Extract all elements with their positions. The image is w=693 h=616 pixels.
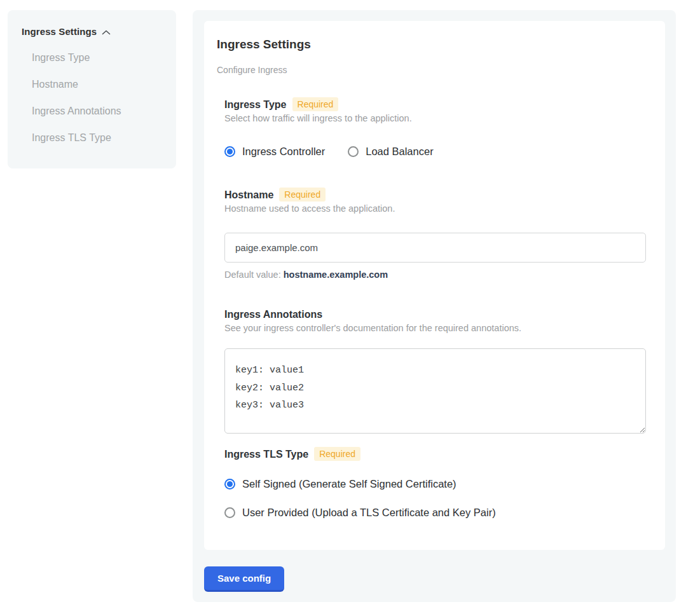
sidebar-group-ingress-settings[interactable]: Ingress Settings	[22, 26, 165, 37]
hostname-default-line: Default value: hostname.example.com	[224, 270, 646, 280]
save-config-button[interactable]: Save config	[204, 566, 284, 592]
field-ingress-type: Ingress Type Required Select how traffic…	[224, 97, 646, 158]
field-label-ingress-annotations: Ingress Annotations	[224, 308, 322, 321]
sidebar-item-hostname[interactable]: Hostname	[32, 78, 165, 91]
field-label-ingress-tls-type: Ingress TLS Type	[224, 448, 308, 461]
sidebar-item-ingress-tls-type[interactable]: Ingress TLS Type	[32, 132, 165, 144]
field-help-hostname: Hostname used to access the application.	[224, 203, 646, 215]
radio-label: Load Balancer	[366, 145, 433, 158]
field-ingress-tls-type: Ingress TLS Type Required Self Signed (G…	[224, 447, 646, 519]
page-subtitle: Configure Ingress	[217, 64, 646, 76]
field-help-ingress-type: Select how traffic will ingress to the a…	[224, 113, 646, 125]
field-ingress-annotations: Ingress Annotations See your ingress con…	[224, 308, 646, 434]
radio-button-icon[interactable]	[224, 507, 235, 518]
radio-option-self-signed[interactable]: Self Signed (Generate Self Signed Certif…	[224, 477, 646, 491]
radio-option-ingress-controller[interactable]: Ingress Controller	[224, 145, 325, 158]
field-help-ingress-annotations: See your ingress controller's documentat…	[224, 322, 646, 334]
field-label-ingress-type: Ingress Type	[224, 98, 287, 111]
form-fields: Ingress Type Required Select how traffic…	[224, 97, 646, 519]
radio-button-icon[interactable]	[348, 146, 359, 157]
required-badge: Required	[292, 97, 339, 111]
radio-option-user-provided[interactable]: User Provided (Upload a TLS Certificate …	[224, 506, 646, 519]
ingress-type-radio-group: Ingress Controller Load Balancer	[224, 145, 646, 158]
sidebar-item-list: Ingress Type Hostname Ingress Annotation…	[32, 51, 165, 144]
radio-label: Ingress Controller	[242, 145, 325, 158]
config-panel: Ingress Settings Configure Ingress Ingre…	[193, 10, 676, 602]
default-prefix: Default value:	[224, 270, 284, 280]
config-nav-sidebar: Ingress Settings Ingress Type Hostname I…	[8, 10, 176, 168]
field-hostname: Hostname Required Hostname used to acces…	[224, 188, 646, 280]
tls-type-radio-group: Self Signed (Generate Self Signed Certif…	[224, 477, 646, 519]
radio-option-load-balancer[interactable]: Load Balancer	[348, 145, 433, 158]
required-badge: Required	[314, 447, 360, 461]
radio-button-icon[interactable]	[224, 146, 235, 157]
radio-button-icon[interactable]	[224, 479, 235, 489]
ingress-settings-card: Ingress Settings Configure Ingress Ingre…	[204, 21, 665, 550]
chevron-up-icon	[102, 29, 111, 36]
sidebar-item-ingress-type[interactable]: Ingress Type	[32, 51, 165, 64]
page-title: Ingress Settings	[217, 37, 646, 52]
required-badge: Required	[279, 188, 326, 202]
field-label-hostname: Hostname	[224, 188, 273, 202]
hostname-default-value: hostname.example.com	[284, 270, 388, 280]
sidebar-group-label: Ingress Settings	[22, 26, 97, 37]
hostname-input[interactable]	[224, 233, 646, 263]
radio-label: User Provided (Upload a TLS Certificate …	[242, 506, 496, 519]
ingress-annotations-textarea[interactable]: key1: value1 key2: value2 key3: value3	[224, 348, 646, 434]
sidebar-item-ingress-annotations[interactable]: Ingress Annotations	[32, 105, 165, 118]
radio-label: Self Signed (Generate Self Signed Certif…	[242, 477, 456, 491]
